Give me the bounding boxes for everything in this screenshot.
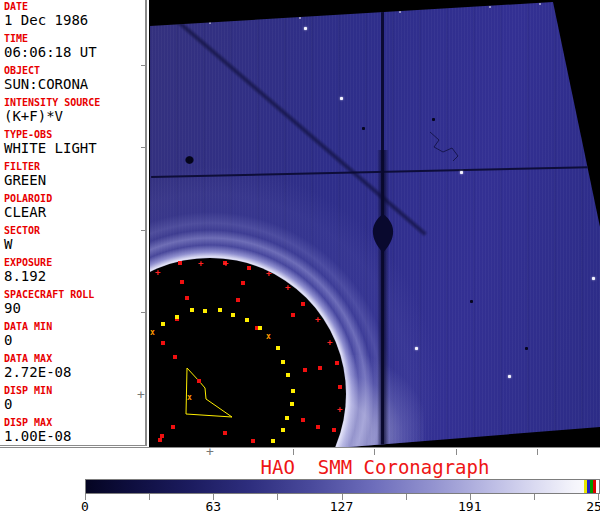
red-fiducial-dot — [178, 261, 182, 265]
field-label: INTENSITY SOURCE — [4, 98, 145, 108]
field-value: 1.00E-08 — [4, 429, 145, 443]
metadata-field: DISP MIN0 — [4, 386, 145, 411]
red-fiducial-dot — [251, 439, 255, 443]
colorbar-minor-tick — [277, 494, 278, 500]
colorbar-minor-tick — [406, 494, 407, 500]
red-plus-marker: + — [315, 315, 320, 324]
field-value: GREEN — [4, 173, 145, 187]
yellow-fiducial-dot — [291, 389, 295, 393]
red-plus-marker: + — [198, 259, 203, 268]
coronagraph-image-panel: ++++++++xxx — [149, 0, 600, 447]
red-fiducial-dot — [161, 341, 165, 345]
red-fiducial-dot — [332, 428, 336, 432]
field-label: DATE — [4, 2, 145, 12]
colorbar-minor-tick — [534, 494, 535, 500]
field-value: CLEAR — [4, 205, 145, 219]
red-fiducial-dot — [171, 425, 175, 429]
field-label: DATA MIN — [4, 322, 145, 332]
colorbar-tick-label: 127 — [320, 499, 364, 512]
colorbar-tick-label: 63 — [191, 499, 235, 512]
red-fiducial-dot — [241, 281, 245, 285]
instrument-title: HAO SMM Coronagraph — [150, 456, 600, 478]
metadata-field: FILTERGREEN — [4, 162, 145, 187]
field-label: SECTOR — [4, 226, 145, 236]
field-value: (K+F)*V — [4, 109, 145, 123]
field-value: WHITE LIGHT — [4, 141, 145, 155]
field-value: SUN:CORONA — [4, 77, 145, 91]
red-plus-marker: + — [223, 259, 228, 268]
fiducial-markers-layer: ++++++++xxx — [149, 0, 600, 447]
red-fiducial-dot — [303, 368, 307, 372]
bottom-axis-tick — [456, 449, 457, 455]
metadata-field: SECTORW — [4, 226, 145, 251]
field-value: 1 Dec 1986 — [4, 13, 145, 27]
field-label: TYPE-OBS — [4, 130, 145, 140]
coronagraph-viewer-window: DATE1 Dec 1986TIME06:06:18 UTOBJECTSUN:C… — [0, 0, 600, 512]
calibration-polygon — [149, 0, 600, 447]
metadata-field: POLAROIDCLEAR — [4, 194, 145, 219]
yellow-fiducial-dot — [245, 318, 249, 322]
yellow-fiducial-dot — [231, 313, 235, 317]
red-fiducial-dot — [197, 379, 201, 383]
red-fiducial-dot — [335, 361, 339, 365]
field-label: DATA MAX — [4, 354, 145, 364]
field-label: DISP MIN — [4, 386, 145, 396]
field-label: SPACECRAFT ROLL — [4, 290, 145, 300]
red-plus-marker: + — [155, 268, 160, 277]
orange-x-marker: x — [150, 329, 155, 337]
bottom-axis-line — [0, 447, 600, 448]
yellow-fiducial-dot — [271, 439, 275, 443]
yellow-fiducial-dot — [285, 416, 289, 420]
red-plus-marker: + — [327, 338, 332, 347]
metadata-field: DATE1 Dec 1986 — [4, 2, 145, 27]
metadata-sidebar: DATE1 Dec 1986TIME06:06:18 UTOBJECTSUN:C… — [0, 0, 147, 446]
field-value: 06:06:18 UT — [4, 45, 145, 59]
red-plus-marker: + — [337, 405, 342, 414]
colorbar-tick-label: 255 — [576, 499, 600, 512]
field-value: W — [4, 237, 145, 251]
red-fiducial-dot — [173, 355, 177, 359]
colorbar-tick-label: 0 — [63, 499, 107, 512]
metadata-field: DATA MAX2.72E-08 — [4, 354, 145, 379]
bottom-axis-tick — [537, 449, 538, 455]
field-value: 0 — [4, 333, 145, 347]
red-fiducial-dot — [180, 280, 184, 284]
yellow-fiducial-dot — [190, 308, 194, 312]
yellow-fiducial-dot — [161, 322, 165, 326]
metadata-field: TIME06:06:18 UT — [4, 34, 145, 59]
red-fiducial-dot — [158, 438, 162, 442]
field-label: POLAROID — [4, 194, 145, 204]
metadata-field: DISP MAX1.00E-08 — [4, 418, 145, 443]
red-fiducial-dot — [318, 366, 322, 370]
yellow-fiducial-dot — [290, 402, 294, 406]
orange-x-marker: x — [187, 394, 192, 402]
red-fiducial-dot — [223, 431, 227, 435]
field-label: EXPOSURE — [4, 258, 145, 268]
bottom-axis-tick — [374, 449, 375, 455]
field-value: 2.72E-08 — [4, 365, 145, 379]
yellow-fiducial-dot — [281, 360, 285, 364]
colorbar-index-stripe — [593, 480, 596, 493]
red-fiducial-dot — [301, 418, 305, 422]
red-fiducial-dot — [247, 266, 251, 270]
yellow-fiducial-dot — [203, 309, 207, 313]
field-label: TIME — [4, 34, 145, 44]
intensity-colorbar — [85, 479, 600, 494]
metadata-field: EXPOSURE8.192 — [4, 258, 145, 283]
colorbar-tick-label: 191 — [448, 499, 492, 512]
field-value: 90 — [4, 301, 145, 315]
metadata-field: SPACECRAFT ROLL90 — [4, 290, 145, 315]
colorbar-minor-tick — [149, 494, 150, 500]
red-plus-marker: + — [285, 283, 290, 292]
field-value: 8.192 — [4, 269, 145, 283]
field-value: 0 — [4, 397, 145, 411]
yellow-fiducial-dot — [281, 428, 285, 432]
metadata-field: DATA MIN0 — [4, 322, 145, 347]
yellow-fiducial-dot — [286, 373, 290, 377]
field-label: DISP MAX — [4, 418, 145, 428]
red-fiducial-dot — [236, 298, 240, 302]
metadata-field: TYPE-OBSWHITE LIGHT — [4, 130, 145, 155]
red-fiducial-dot — [301, 302, 305, 306]
yellow-fiducial-dot — [218, 308, 222, 312]
field-label: FILTER — [4, 162, 145, 172]
